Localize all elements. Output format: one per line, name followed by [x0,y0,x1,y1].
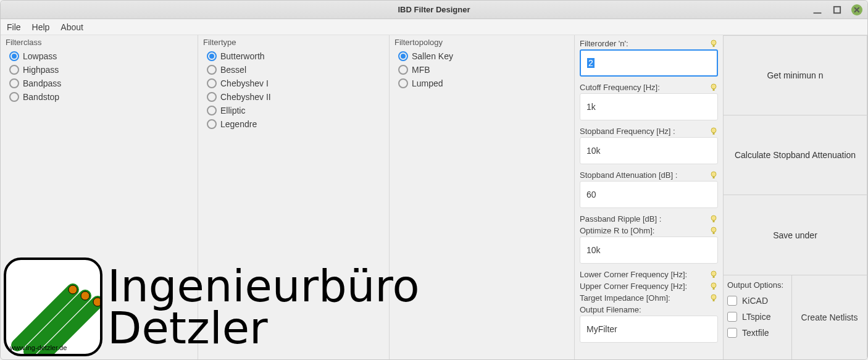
hint-icon[interactable] [709,40,718,48]
filtertopology-mfb[interactable]: MFB [394,63,569,77]
maximize-icon[interactable] [832,4,843,15]
radio-icon[interactable] [207,119,217,129]
output-option-kicad[interactable]: KiCAD [727,296,788,306]
outfile-input[interactable]: MyFilter [580,316,718,343]
hint-icon[interactable] [709,83,718,92]
filtertype-legendre[interactable]: Legendre [203,117,384,131]
svg-point-25 [93,298,102,306]
svg-rect-9 [713,177,715,178]
output-options-header: Output Options: [727,280,788,290]
radio-label: Lowpass [23,51,57,61]
hint-icon[interactable] [709,270,718,279]
filterclass-highpass[interactable]: Highpass [6,63,193,77]
radio-label: MFB [412,65,430,75]
cutoff-input[interactable]: 1k [580,93,718,120]
ripple-label: Passband Ripple [dB] : [580,214,661,224]
filtertopology-sallen-key[interactable]: Sallen Key [394,49,569,63]
hint-icon[interactable] [709,127,718,136]
filtertype-elliptic[interactable]: Elliptic [203,104,384,117]
stopfreq-label: Stopband Frequency [Hz] : [580,127,675,136]
radio-icon[interactable] [207,51,217,61]
filterclass-header: Filterclass [6,38,193,47]
radio-icon[interactable] [398,65,408,75]
radio-icon[interactable] [9,92,19,102]
radio-label: Elliptic [220,106,245,115]
svg-rect-13 [713,232,715,234]
radio-icon[interactable] [398,51,408,61]
optr-input[interactable]: 10k [580,237,718,264]
filtertype-bessel[interactable]: Bessel [203,63,384,77]
stopfreq-input[interactable]: 10k [580,137,718,164]
actions-column: Get minimun n Calculate Stopband Attenua… [723,35,867,360]
upcorner-label: Upper Corner Frequency [Hz]: [580,282,687,291]
svg-point-2 [711,40,716,45]
svg-rect-1 [834,7,840,13]
filtertype-chebyshev-ii[interactable]: Chebyshev II [203,90,384,104]
minimize-icon[interactable] [812,4,823,15]
radio-icon[interactable] [207,78,217,88]
filtertype-chebyshev-i[interactable]: Chebyshev I [203,77,384,90]
filterclass-bandpass[interactable]: Bandpass [6,77,193,90]
menu-file[interactable]: File [7,22,21,32]
save-under-button[interactable]: Save under [723,195,867,275]
output-option-ltspice[interactable]: LTspice [727,312,788,322]
radio-label: Lumped [412,78,443,88]
radio-icon[interactable] [207,92,217,102]
svg-rect-5 [713,89,715,91]
hint-icon[interactable] [709,215,718,224]
hint-icon[interactable] [709,294,718,303]
checkbox-label: KiCAD [742,296,768,306]
get-min-n-button[interactable]: Get minimun n [723,35,867,115]
filtertopology-lumped[interactable]: Lumped [394,77,569,90]
menu-about[interactable]: About [61,22,83,32]
lowcorner-label: Lower Corner Frequency [Hz]: [580,270,687,279]
radio-icon[interactable] [207,65,217,75]
svg-rect-7 [713,133,715,135]
svg-point-18 [711,295,716,299]
create-netlists-button[interactable]: Create Netlists [791,275,867,360]
radio-icon[interactable] [9,51,19,61]
targetimp-label: Target Impedance [Ohm]: [580,293,670,303]
calc-stopband-button[interactable]: Calculate Stopband Attenuation [723,115,867,195]
filtertype-butterworth[interactable]: Butterworth [203,49,384,63]
radio-icon[interactable] [398,78,408,88]
filterclass-bandstop[interactable]: Bandstop [6,90,193,104]
radio-label: Bessel [220,65,246,75]
radio-icon[interactable] [9,78,19,88]
stopatt-label: Stopband Attenuation [dB] : [580,170,677,180]
radio-label: Sallen Key [412,51,453,61]
output-option-textfile[interactable]: Textfile [727,328,788,338]
checkbox-label: LTspice [742,312,770,322]
close-icon[interactable]: ✕ [851,4,862,15]
menu-help[interactable]: Help [32,22,50,32]
checkbox-icon[interactable] [727,312,737,322]
checkbox-icon[interactable] [727,328,737,338]
filtertype-header: Filtertype [203,38,384,47]
radio-label: Highpass [23,65,59,75]
order-input[interactable]: 2 [580,49,718,77]
svg-point-8 [711,172,716,177]
hint-icon[interactable] [709,227,718,235]
radio-icon[interactable] [207,106,217,115]
radio-label: Chebyshev II [220,92,271,102]
logo-text-line1: Ingenieurbüro [107,265,419,307]
radio-label: Legendre [220,119,257,129]
svg-point-10 [711,216,716,220]
checkbox-label: Textfile [742,328,769,338]
radio-label: Butterworth [220,51,265,61]
checkbox-icon[interactable] [727,296,737,306]
stopatt-input[interactable]: 60 [580,181,718,208]
parameters-column: Filterorder 'n': 2 Cutoff Frequency [Hz]… [575,35,723,360]
radio-icon[interactable] [9,65,19,75]
logo-icon: www.ing-detzler.de [4,257,102,356]
svg-point-6 [711,128,716,133]
svg-point-14 [711,271,716,276]
filterclass-lowpass[interactable]: Lowpass [6,49,193,63]
hint-icon[interactable] [709,171,718,180]
radio-label: Bandpass [23,78,61,88]
svg-rect-15 [713,276,715,278]
filtertopology-header: Filtertopology [394,38,569,47]
hint-icon[interactable] [709,282,718,291]
radio-label: Bandstop [23,92,59,102]
menubar: File Help About [1,19,867,35]
